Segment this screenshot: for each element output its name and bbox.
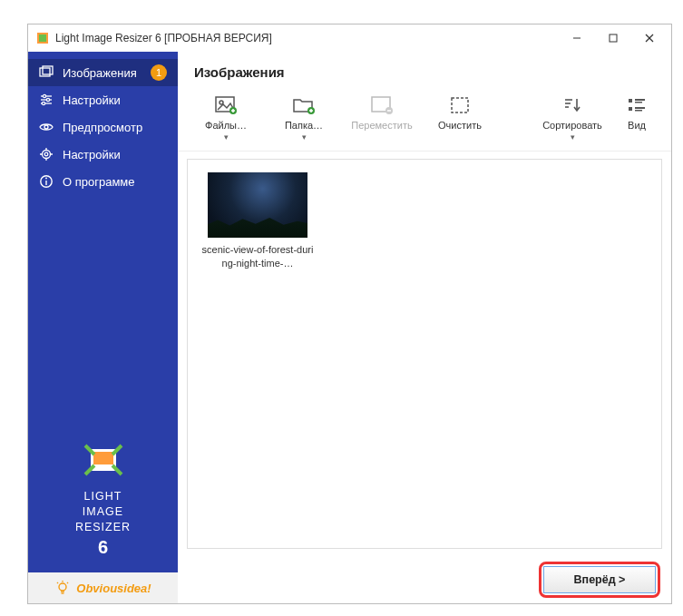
svg-rect-51: [635, 102, 642, 103]
svg-point-16: [44, 152, 48, 156]
sidebar-item-about[interactable]: О программе: [28, 168, 178, 195]
sidebar-item-label: О программе: [63, 175, 135, 189]
next-button[interactable]: Вперёд >: [543, 566, 656, 593]
svg-rect-48: [629, 99, 632, 103]
remove-image-icon: [369, 94, 395, 116]
sidebar-item-label: Предпросмотр: [63, 121, 142, 134]
sort-icon: [560, 94, 585, 116]
titlebar: Light Image Resizer 6 [ПРОБНАЯ ВЕРСИЯ]: [28, 24, 671, 52]
svg-rect-43: [452, 98, 468, 112]
sidebar: Изображения 1 Настройки Предпросмотр Нас…: [28, 52, 178, 603]
next-button-highlight: Вперёд >: [539, 562, 660, 598]
thumbnail-item[interactable]: scenic-view-of-forest-during-night-time-…: [200, 172, 315, 270]
sidebar-item-images[interactable]: Изображения 1: [28, 59, 178, 86]
brand-logo-icon: [82, 438, 125, 482]
tool-view[interactable]: Вид: [611, 91, 662, 134]
images-icon: [39, 65, 54, 80]
toolbar: Файлы… ▾ Папка… ▾ Переместить Очистить: [178, 89, 671, 152]
svg-rect-7: [43, 66, 53, 74]
app-icon: [35, 31, 50, 45]
eye-icon: [39, 120, 54, 134]
action-bar: Вперёд >: [178, 556, 671, 603]
brand-block: LIGHT IMAGE RESIZER 6: [28, 429, 178, 572]
thumbnail-grid[interactable]: scenic-view-of-forest-during-night-time-…: [187, 159, 662, 549]
thumbnail-preview: [208, 172, 307, 238]
sidebar-badge: 1: [151, 64, 167, 81]
svg-point-13: [42, 102, 44, 104]
main-pane: Изображения Файлы… ▾ Папка… ▾ Переместит…: [178, 52, 671, 603]
tool-folder[interactable]: Папка… ▾: [265, 91, 343, 145]
svg-rect-50: [635, 99, 645, 101]
tool-move: Переместить: [343, 91, 421, 134]
svg-rect-1: [39, 34, 46, 42]
sliders-icon: [39, 93, 54, 107]
svg-point-23: [45, 178, 47, 180]
svg-line-28: [57, 582, 58, 583]
sidebar-nav: Изображения 1 Настройки Предпросмотр Нас…: [28, 52, 178, 195]
footer-brand[interactable]: Obviousidea!: [28, 572, 178, 603]
app-window: Light Image Resizer 6 [ПРОБНАЯ ВЕРСИЯ] И…: [27, 24, 672, 604]
svg-rect-25: [93, 452, 113, 464]
close-button[interactable]: [631, 25, 668, 51]
sidebar-item-label: Изображения: [63, 66, 137, 80]
chevron-down-icon: ▾: [571, 132, 575, 142]
tool-clear[interactable]: Очистить: [421, 91, 499, 134]
svg-rect-49: [629, 107, 632, 111]
gear-icon: [39, 147, 54, 161]
chevron-down-icon: ▾: [224, 132, 229, 142]
svg-point-14: [44, 125, 48, 129]
sidebar-item-label: Настройки: [63, 93, 121, 107]
sidebar-item-preview[interactable]: Предпросмотр: [28, 113, 178, 141]
tool-sort[interactable]: Сортировать ▾: [533, 91, 611, 145]
svg-point-9: [43, 94, 45, 97]
brand-version: 6: [28, 537, 178, 558]
svg-point-11: [46, 98, 49, 101]
svg-point-33: [220, 101, 223, 104]
window-title: Light Image Resizer 6 [ПРОБНАЯ ВЕРСИЯ]: [55, 32, 559, 44]
sidebar-item-label: Настройки: [63, 148, 121, 161]
lightbulb-icon: [54, 580, 71, 596]
svg-line-29: [67, 582, 68, 583]
sidebar-item-settings-1[interactable]: Настройки: [28, 86, 178, 113]
svg-rect-53: [635, 110, 642, 112]
clear-icon: [447, 94, 473, 116]
view-icon: [624, 94, 649, 116]
info-icon: [39, 174, 54, 189]
add-folder-icon: [291, 94, 317, 116]
chevron-down-icon: ▾: [302, 132, 307, 142]
brand-name: LIGHT IMAGE RESIZER: [28, 489, 178, 535]
tool-files[interactable]: Файлы… ▾: [187, 91, 265, 145]
svg-rect-52: [635, 107, 645, 109]
thumbnail-caption: scenic-view-of-forest-during-night-time-…: [200, 243, 315, 270]
minimize-button[interactable]: [559, 25, 595, 51]
main-heading: Изображения: [178, 52, 671, 89]
sidebar-item-settings-2[interactable]: Настройки: [28, 141, 178, 168]
svg-rect-6: [40, 68, 50, 76]
svg-rect-3: [610, 34, 617, 42]
add-image-icon: [213, 94, 239, 116]
svg-point-26: [59, 583, 66, 591]
svg-point-15: [43, 151, 51, 159]
maximize-button[interactable]: [595, 25, 631, 51]
